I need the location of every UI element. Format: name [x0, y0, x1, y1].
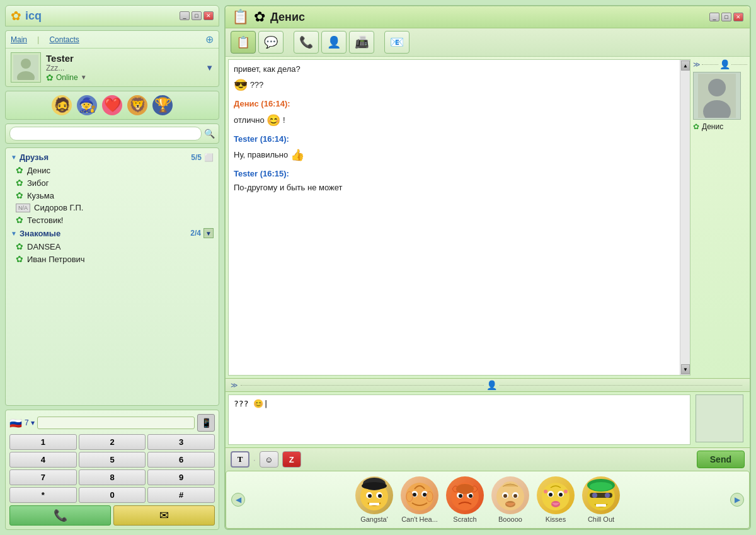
message-3-body: отлично 😊 !	[234, 113, 685, 129]
emo-wizard[interactable]: 🧙	[77, 95, 97, 115]
chat-title-flower-icon: 📋	[232, 9, 249, 25]
minimize-button[interactable]: _	[180, 11, 190, 20]
user-dropdown-arrow[interactable]: ▼	[205, 63, 214, 72]
status-dropdown-arrow[interactable]: ▼	[81, 74, 87, 81]
chat-right-panel: ≫ 👤 ✿ Денис	[693, 57, 750, 378]
emo-heart[interactable]: ❤️	[102, 95, 122, 115]
contact-name: Кузьма	[27, 191, 54, 200]
dial-4[interactable]: 4	[9, 452, 77, 468]
emo-canthear[interactable]: Can't Hea...	[401, 476, 438, 523]
contact-zibog[interactable]: ✿ Зибог	[6, 176, 219, 189]
chat-minimize-button[interactable]: _	[709, 13, 719, 21]
format-text-button[interactable]: T	[231, 451, 249, 468]
sender-label: Денис (16:14):	[234, 99, 290, 108]
contacts-list: ▼ Друзья 5/5 ⬜ ✿ Денис ✿ Зибог ✿ Кузьма …	[5, 147, 219, 406]
nav-right-icon[interactable]: ⊕	[205, 33, 214, 45]
chat-close-button[interactable]: ✕	[733, 13, 743, 21]
phone-icon-button[interactable]: 📱	[197, 414, 215, 432]
contact-testovic[interactable]: ✿ Тестовик!	[6, 214, 219, 226]
group-friends-header[interactable]: ▼ Друзья 5/5 ⬜	[6, 151, 219, 164]
emo-kisses[interactable]: Kisses	[537, 476, 575, 523]
emo-character[interactable]: 🦁	[127, 95, 147, 115]
dial-8[interactable]: 8	[79, 469, 146, 485]
message-4-body: Ну, правильно 👍	[234, 147, 685, 163]
search-input[interactable]	[9, 127, 202, 141]
search-button[interactable]: 🔍	[204, 129, 215, 139]
dial-1[interactable]: 1	[9, 434, 77, 450]
input-avatar-box	[696, 394, 743, 442]
dial-hash[interactable]: #	[147, 487, 215, 503]
emo-trophy[interactable]: 🏆	[152, 95, 173, 115]
format-emoji-button[interactable]: ☺	[260, 451, 278, 468]
dial-9[interactable]: 9	[147, 469, 215, 485]
gangsta-icon	[355, 476, 393, 514]
group-arrow-icon: ▼	[11, 230, 17, 237]
group-acquaintances-count: 2/4	[190, 229, 201, 238]
country-flag-icon: 🇷🇺	[9, 417, 22, 429]
emo-glasses[interactable]: 🧔	[52, 95, 72, 115]
toolbar-video-button[interactable]: 👤	[321, 31, 346, 54]
flower-icon: ✿	[46, 72, 54, 83]
emoticon-items: Gangsta'	[248, 476, 728, 523]
collapse-arrows: ≫ 👤	[693, 59, 747, 69]
phone-input[interactable]	[37, 417, 195, 429]
toolbar-history-button[interactable]: 📋	[231, 31, 256, 54]
dial-0[interactable]: 0	[79, 487, 146, 503]
contact-denis[interactable]: ✿ Денис	[6, 164, 219, 176]
emo-scratch[interactable]: Scratch	[446, 476, 484, 523]
contact-dansea[interactable]: ✿ DANSEA	[6, 240, 219, 253]
picker-next-button[interactable]: ▶	[730, 493, 744, 507]
mail-button[interactable]: ✉	[113, 505, 215, 526]
chat-maximize-button[interactable]: □	[721, 13, 731, 21]
scroll-up-arrow[interactable]: ▲	[681, 60, 690, 71]
kisses-icon	[537, 476, 575, 514]
main-nav-link[interactable]: Main	[11, 35, 27, 44]
toolbar-call-button[interactable]: 📞	[294, 31, 319, 54]
icq-logo: icq	[25, 9, 42, 23]
search-bar: 🔍	[5, 124, 219, 144]
separator-line	[702, 64, 718, 65]
contact-sidorov[interactable]: N/A Сидоров Г.П.	[6, 202, 219, 214]
svg-point-44	[590, 482, 612, 491]
separator-line	[731, 64, 748, 65]
dial-2[interactable]: 2	[79, 434, 146, 450]
dial-3[interactable]: 3	[147, 434, 215, 450]
emo-gangsta[interactable]: Gangsta'	[355, 476, 393, 523]
format-zzz-button[interactable]: Z	[282, 451, 301, 468]
emo-chillout[interactable]: Chill Out	[582, 476, 620, 523]
country-code[interactable]: 7 ▾	[25, 418, 35, 427]
toolbar-email-button[interactable]: 📧	[384, 31, 410, 54]
maximize-button[interactable]: □	[192, 11, 202, 20]
dialer-top: 🇷🇺 7 ▾ 📱	[9, 414, 215, 432]
toolbar-chat-button[interactable]: 💬	[258, 31, 284, 54]
dial-6[interactable]: 6	[147, 452, 215, 468]
svg-point-26	[456, 484, 474, 494]
svg-point-31	[503, 494, 507, 498]
dial-7[interactable]: 7	[9, 469, 77, 485]
icq-flower-icon: ✿	[11, 8, 21, 23]
contact-name-label: ✿ Денис	[693, 122, 747, 131]
contacts-nav-link[interactable]: Contacts	[49, 35, 79, 44]
group-acquaintances-header[interactable]: ▼ Знакомые 2/4 ▼	[6, 226, 219, 240]
dial-5[interactable]: 5	[79, 452, 146, 468]
emo-chillout-label: Chill Out	[588, 515, 614, 523]
scroll-down-arrow[interactable]: ▼	[681, 364, 690, 374]
group-friends-name: Друзья	[20, 152, 49, 162]
messages-scrollbar[interactable]: ▲ ▼	[680, 60, 690, 375]
contact-ivan[interactable]: ✿ Иван Петрович	[6, 253, 219, 265]
toolbar-fax-button[interactable]: 📠	[349, 31, 374, 54]
close-button[interactable]: ✕	[203, 11, 214, 20]
thumbsup-emoji-icon: 👍	[290, 149, 304, 161]
contact-kuzma[interactable]: ✿ Кузьма	[6, 189, 219, 202]
emo-booooo[interactable]: Booooo	[491, 476, 529, 523]
send-button[interactable]: Send	[697, 451, 745, 468]
emoticons-bar: 🧔 🧙 ❤️ 🦁 🏆	[5, 91, 219, 120]
contact-name-text: Денис	[702, 122, 723, 131]
emo-gangsta-label: Gangsta'	[360, 515, 388, 523]
message-1: привет, как дела?	[234, 64, 685, 75]
chat-input-field[interactable]: ??? 😊|	[228, 394, 690, 445]
sender-label: Tester (16:14):	[234, 134, 289, 144]
call-button[interactable]: 📞	[9, 505, 111, 526]
dial-star[interactable]: *	[9, 487, 77, 503]
picker-prev-button[interactable]: ◀	[231, 493, 245, 507]
